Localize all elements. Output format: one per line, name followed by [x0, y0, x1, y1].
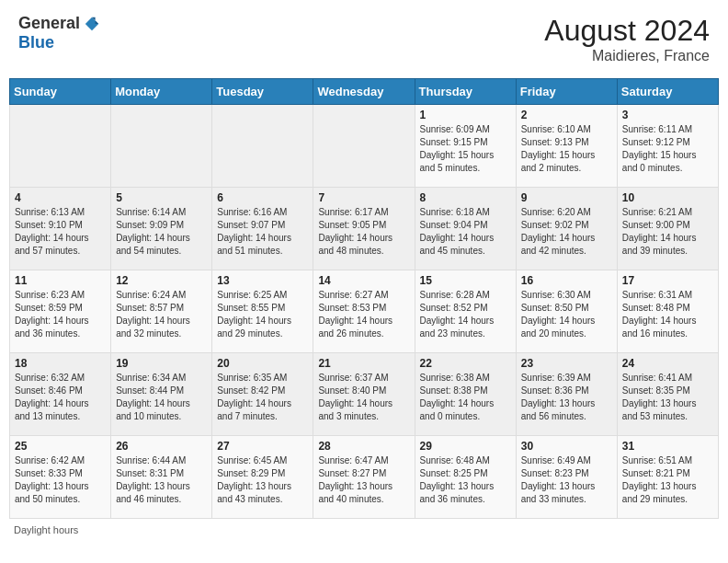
day-number: 1: [420, 109, 511, 121]
calendar-table: Sunday Monday Tuesday Wednesday Thursday…: [9, 78, 719, 519]
day-number: 10: [622, 191, 713, 204]
calendar-cell: [313, 105, 415, 188]
calendar-week-row: 25Sunrise: 6:42 AMSunset: 8:33 PMDayligh…: [10, 436, 719, 519]
location-title: Maidieres, France: [544, 48, 710, 64]
day-info: Sunrise: 6:37 AMSunset: 8:40 PMDaylight:…: [318, 372, 409, 423]
day-info: Sunrise: 6:44 AMSunset: 8:31 PMDaylight:…: [116, 454, 207, 506]
day-info: Sunrise: 6:32 AMSunset: 8:46 PMDaylight:…: [15, 372, 106, 423]
page-header: General Blue August 2024 Maidieres, Fran…: [9, 9, 719, 69]
col-tuesday: Tuesday: [212, 79, 313, 105]
day-info: Sunrise: 6:45 AMSunset: 8:29 PMDaylight:…: [217, 454, 308, 506]
day-number: 5: [116, 191, 207, 204]
footer-note: Daylight hours: [9, 524, 719, 535]
day-info: Sunrise: 6:48 AMSunset: 8:25 PMDaylight:…: [420, 454, 511, 506]
day-number: 12: [116, 274, 207, 287]
day-info: Sunrise: 6:17 AMSunset: 9:05 PMDaylight:…: [318, 206, 409, 258]
day-number: 2: [521, 109, 612, 121]
logo-general-text: General: [18, 14, 80, 33]
calendar-cell: 3Sunrise: 6:11 AMSunset: 9:12 PMDaylight…: [617, 105, 718, 188]
calendar-week-row: 1Sunrise: 6:09 AMSunset: 9:15 PMDaylight…: [10, 105, 719, 188]
day-number: 11: [15, 274, 106, 287]
day-info: Sunrise: 6:28 AMSunset: 8:52 PMDaylight:…: [420, 289, 511, 340]
calendar-cell: 25Sunrise: 6:42 AMSunset: 8:33 PMDayligh…: [10, 436, 111, 519]
calendar-week-row: 11Sunrise: 6:23 AMSunset: 8:59 PMDayligh…: [10, 270, 719, 353]
month-year-title: August 2024: [544, 14, 710, 48]
day-info: Sunrise: 6:16 AMSunset: 9:07 PMDaylight:…: [217, 206, 308, 258]
calendar-cell: 30Sunrise: 6:49 AMSunset: 8:23 PMDayligh…: [516, 436, 617, 519]
calendar-header-row: Sunday Monday Tuesday Wednesday Thursday…: [10, 79, 719, 105]
day-info: Sunrise: 6:18 AMSunset: 9:04 PMDaylight:…: [420, 206, 511, 258]
day-number: 20: [217, 357, 308, 370]
calendar-cell: 20Sunrise: 6:35 AMSunset: 8:42 PMDayligh…: [212, 353, 313, 436]
logo-icon: [84, 16, 100, 32]
day-info: Sunrise: 6:38 AMSunset: 8:38 PMDaylight:…: [420, 372, 511, 423]
day-info: Sunrise: 6:24 AMSunset: 8:57 PMDaylight:…: [116, 289, 207, 340]
calendar-cell: 28Sunrise: 6:47 AMSunset: 8:27 PMDayligh…: [313, 436, 415, 519]
day-number: 28: [318, 440, 409, 453]
day-info: Sunrise: 6:25 AMSunset: 8:55 PMDaylight:…: [217, 289, 308, 340]
calendar-cell: 8Sunrise: 6:18 AMSunset: 9:04 PMDaylight…: [415, 188, 516, 270]
day-number: 6: [217, 191, 308, 204]
day-number: 18: [15, 357, 106, 370]
logo-blue-text: Blue: [18, 33, 54, 52]
day-info: Sunrise: 6:51 AMSunset: 8:21 PMDaylight:…: [622, 454, 713, 506]
day-info: Sunrise: 6:10 AMSunset: 9:13 PMDaylight:…: [521, 123, 612, 175]
day-number: 14: [318, 274, 409, 287]
day-info: Sunrise: 6:11 AMSunset: 9:12 PMDaylight:…: [622, 123, 713, 175]
day-info: Sunrise: 6:31 AMSunset: 8:48 PMDaylight:…: [622, 289, 713, 340]
day-info: Sunrise: 6:34 AMSunset: 8:44 PMDaylight:…: [116, 372, 207, 423]
day-info: Sunrise: 6:39 AMSunset: 8:36 PMDaylight:…: [521, 372, 612, 423]
day-number: 4: [15, 191, 106, 204]
day-info: Sunrise: 6:21 AMSunset: 9:00 PMDaylight:…: [622, 206, 713, 258]
day-info: Sunrise: 6:41 AMSunset: 8:35 PMDaylight:…: [622, 372, 713, 423]
calendar-cell: [111, 105, 212, 188]
day-number: 9: [521, 191, 612, 204]
calendar-cell: 18Sunrise: 6:32 AMSunset: 8:46 PMDayligh…: [10, 353, 111, 436]
calendar-cell: [212, 105, 313, 188]
day-number: 27: [217, 440, 308, 453]
calendar-cell: 21Sunrise: 6:37 AMSunset: 8:40 PMDayligh…: [313, 353, 415, 436]
day-number: 23: [521, 357, 612, 370]
calendar-cell: 15Sunrise: 6:28 AMSunset: 8:52 PMDayligh…: [415, 270, 516, 353]
calendar-week-row: 18Sunrise: 6:32 AMSunset: 8:46 PMDayligh…: [10, 353, 719, 436]
calendar-cell: 7Sunrise: 6:17 AMSunset: 9:05 PMDaylight…: [313, 188, 415, 270]
day-number: 15: [420, 274, 511, 287]
calendar-cell: 24Sunrise: 6:41 AMSunset: 8:35 PMDayligh…: [617, 353, 718, 436]
day-number: 30: [521, 440, 612, 453]
calendar-week-row: 4Sunrise: 6:13 AMSunset: 9:10 PMDaylight…: [10, 188, 719, 270]
day-number: 25: [15, 440, 106, 453]
day-number: 31: [622, 440, 713, 453]
day-info: Sunrise: 6:14 AMSunset: 9:09 PMDaylight:…: [116, 206, 207, 258]
day-info: Sunrise: 6:30 AMSunset: 8:50 PMDaylight:…: [521, 289, 612, 340]
calendar-cell: 19Sunrise: 6:34 AMSunset: 8:44 PMDayligh…: [111, 353, 212, 436]
calendar-cell: 26Sunrise: 6:44 AMSunset: 8:31 PMDayligh…: [111, 436, 212, 519]
col-friday: Friday: [516, 79, 617, 105]
day-info: Sunrise: 6:23 AMSunset: 8:59 PMDaylight:…: [15, 289, 106, 340]
calendar-cell: 12Sunrise: 6:24 AMSunset: 8:57 PMDayligh…: [111, 270, 212, 353]
day-number: 26: [116, 440, 207, 453]
day-number: 3: [622, 109, 713, 121]
day-info: Sunrise: 6:35 AMSunset: 8:42 PMDaylight:…: [217, 372, 308, 423]
calendar-cell: 13Sunrise: 6:25 AMSunset: 8:55 PMDayligh…: [212, 270, 313, 353]
calendar-cell: [10, 105, 111, 188]
day-number: 24: [622, 357, 713, 370]
day-number: 22: [420, 357, 511, 370]
calendar-cell: 5Sunrise: 6:14 AMSunset: 9:09 PMDaylight…: [111, 188, 212, 270]
day-number: 19: [116, 357, 207, 370]
calendar-cell: 31Sunrise: 6:51 AMSunset: 8:21 PMDayligh…: [617, 436, 718, 519]
col-saturday: Saturday: [617, 79, 718, 105]
calendar-cell: 2Sunrise: 6:10 AMSunset: 9:13 PMDaylight…: [516, 105, 617, 188]
day-info: Sunrise: 6:13 AMSunset: 9:10 PMDaylight:…: [15, 206, 106, 258]
day-number: 16: [521, 274, 612, 287]
col-monday: Monday: [111, 79, 212, 105]
calendar-cell: 14Sunrise: 6:27 AMSunset: 8:53 PMDayligh…: [313, 270, 415, 353]
day-number: 8: [420, 191, 511, 204]
col-sunday: Sunday: [10, 79, 111, 105]
day-info: Sunrise: 6:47 AMSunset: 8:27 PMDaylight:…: [318, 454, 409, 506]
calendar-cell: 22Sunrise: 6:38 AMSunset: 8:38 PMDayligh…: [415, 353, 516, 436]
col-thursday: Thursday: [415, 79, 516, 105]
col-wednesday: Wednesday: [313, 79, 415, 105]
day-info: Sunrise: 6:27 AMSunset: 8:53 PMDaylight:…: [318, 289, 409, 340]
calendar-cell: 10Sunrise: 6:21 AMSunset: 9:00 PMDayligh…: [617, 188, 718, 270]
title-block: August 2024 Maidieres, France: [544, 14, 710, 64]
